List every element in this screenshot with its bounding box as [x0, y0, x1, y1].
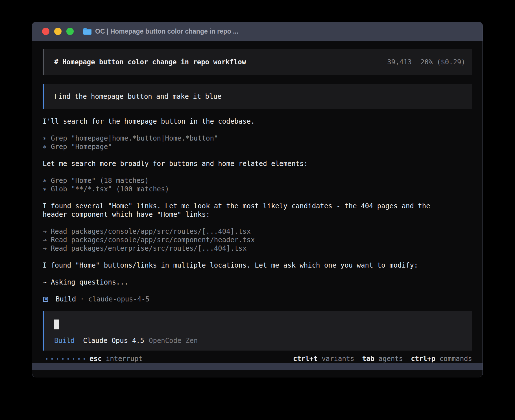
input-model: Claude Opus 4.5	[83, 336, 144, 345]
input-mode-badge[interactable]: Build	[54, 336, 75, 345]
window-bottom-strip	[32, 363, 483, 370]
session-meta: 39,413 20% ($0.29)	[387, 58, 465, 66]
esc-key-hint: esc	[90, 355, 102, 363]
minimize-button[interactable]	[54, 28, 62, 35]
agent-name: Build	[56, 295, 76, 303]
tool-call-group: → Read packages/console/app/src/routes/[…	[43, 227, 472, 253]
agent-info-line: Build · claude-opus-4-5	[43, 295, 472, 303]
input-meta: Build Claude Opus 4.5 OpenCode Zen	[54, 336, 465, 345]
hint-agents: tab agents	[362, 355, 403, 363]
tool-call: ∗ Grep "Home" (18 matches)	[43, 176, 472, 185]
agent-square-icon	[43, 297, 48, 302]
tool-call: ∗ Grep "homepage|home.*button|Home.*butt…	[43, 134, 472, 143]
session-header: # Homepage button color change in repo w…	[43, 49, 472, 75]
tool-call: → Read packages/console/app/src/componen…	[43, 236, 472, 244]
assistant-status: ~ Asking questions...	[43, 278, 472, 286]
assistant-paragraph: I'll search for the homepage button in t…	[43, 117, 472, 126]
tool-call: ∗ Grep "Homepage"	[43, 143, 472, 151]
status-bar: esc interrupt ctrl+t variants tab agents…	[43, 355, 472, 363]
user-message-text: Find the homepage button and make it blu…	[54, 92, 221, 101]
window-title: OC | Homepage button color change in rep…	[95, 28, 238, 35]
esc-key-label	[102, 355, 106, 363]
input-provider: OpenCode Zen	[149, 336, 198, 345]
close-button[interactable]	[42, 28, 49, 35]
assistant-text-line: header component which have "Home" links…	[43, 210, 472, 219]
tool-call: → Read packages/enterprise/src/routes/[.…	[43, 244, 472, 253]
assistant-paragraph: Let me search more broadly for buttons a…	[43, 159, 472, 168]
hint-commands: ctrl+p commands	[411, 355, 472, 363]
status-left: esc interrupt	[43, 355, 143, 363]
progress-dots-icon	[46, 358, 85, 360]
tool-call-group: ∗ Grep "Home" (18 matches) ∗ Glob "**/*.…	[43, 176, 472, 193]
folder-icon	[83, 28, 92, 35]
esc-key-action: interrupt	[106, 355, 143, 363]
terminal-window: OC | Homepage button color change in rep…	[32, 22, 483, 377]
titlebar[interactable]: OC | Homepage button color change in rep…	[32, 22, 483, 41]
hint-variants: ctrl+t variants	[293, 355, 354, 363]
assistant-paragraph: I found "Home" buttons/links in multiple…	[43, 261, 472, 270]
token-count: 39,413	[387, 58, 412, 66]
context-usage: 20% ($0.29)	[420, 58, 465, 66]
tool-call-group: ∗ Grep "homepage|home.*button|Home.*butt…	[43, 134, 472, 151]
agent-separator: ·	[76, 295, 88, 303]
user-message: Find the homepage button and make it blu…	[43, 84, 472, 109]
zoom-button[interactable]	[66, 28, 74, 35]
assistant-text-line: I found several "Home" links. Let me loo…	[43, 202, 472, 210]
prompt-input[interactable]: Build Claude Opus 4.5 OpenCode Zen	[43, 311, 472, 351]
text-cursor	[54, 320, 59, 329]
assistant-paragraph: I found several "Home" links. Let me loo…	[43, 202, 472, 219]
tool-call: ∗ Glob "**/*.tsx" (100 matches)	[43, 185, 472, 193]
terminal-content: # Homepage button color change in repo w…	[32, 41, 483, 377]
agent-model: claude-opus-4-5	[88, 295, 150, 303]
session-title: # Homepage button color change in repo w…	[54, 58, 246, 66]
status-right: ctrl+t variants tab agents ctrl+p comman…	[293, 355, 472, 363]
tool-call: → Read packages/console/app/src/routes/[…	[43, 227, 472, 236]
